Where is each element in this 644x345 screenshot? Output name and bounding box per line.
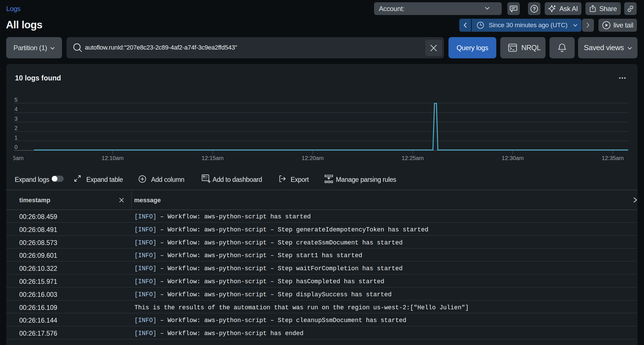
- svg-text:12:05am: 12:05am: [6, 155, 23, 161]
- svg-text:3: 3: [14, 116, 18, 122]
- svg-text:?: ?: [533, 6, 536, 12]
- svg-text:12:35am: 12:35am: [602, 155, 624, 161]
- svg-text:5: 5: [14, 97, 18, 103]
- svg-text:4: 4: [14, 106, 18, 112]
- svg-text:1: 1: [14, 135, 18, 141]
- svg-text:12:30am: 12:30am: [502, 155, 524, 161]
- svg-text:12:15am: 12:15am: [202, 155, 224, 161]
- svg-text:12:20am: 12:20am: [302, 155, 324, 161]
- svg-text:2: 2: [14, 125, 18, 131]
- svg-text:0: 0: [14, 144, 18, 150]
- svg-text:12:10am: 12:10am: [102, 155, 124, 161]
- svg-text:12:25am: 12:25am: [402, 155, 424, 161]
